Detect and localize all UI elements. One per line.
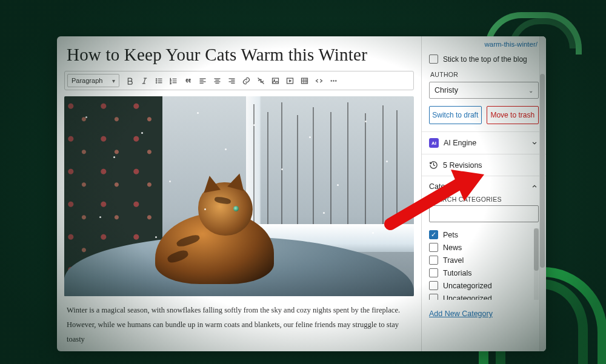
category-checkbox[interactable] <box>429 243 438 252</box>
align-left-button[interactable] <box>196 74 209 87</box>
add-new-category-link[interactable]: Add New Category <box>422 305 546 324</box>
category-item[interactable]: Pets <box>429 228 533 241</box>
numbered-list-button[interactable]: 123 <box>167 74 180 87</box>
svg-point-11 <box>333 80 334 81</box>
categories-heading: Categories <box>429 182 465 191</box>
align-center-button[interactable] <box>210 74 224 87</box>
category-label: Uncategorized <box>443 282 492 290</box>
svg-point-12 <box>335 80 336 81</box>
category-label: Tutorials <box>443 269 471 277</box>
category-label: Uncategorized <box>443 294 492 300</box>
category-label: Travel <box>443 256 464 265</box>
code-button[interactable] <box>312 74 325 87</box>
category-label: News <box>443 243 462 252</box>
categories-toggle[interactable]: Categories <box>429 182 539 191</box>
svg-rect-6 <box>272 78 278 84</box>
category-checkbox[interactable] <box>429 256 438 265</box>
category-checkbox[interactable] <box>429 294 438 300</box>
svg-point-10 <box>330 80 331 81</box>
sticky-toggle-row: Stick to the top of the blog <box>422 51 546 70</box>
format-select[interactable]: Paragraph ▾ <box>67 74 119 87</box>
format-select-value: Paragraph <box>72 77 102 84</box>
link-button[interactable] <box>239 74 253 87</box>
editor-canvas[interactable]: Winter is a magical season, with snowfla… <box>57 94 421 351</box>
bullet-list-button[interactable] <box>152 74 165 87</box>
category-item[interactable]: Travel <box>429 254 533 266</box>
editor-main: How to Keep Your Cats Warm this Winter P… <box>57 36 422 351</box>
revisions-label: 5 Revisions <box>443 161 482 170</box>
chevron-down-icon <box>530 139 539 147</box>
body-paragraph: However, while we humans can bundle up i… <box>67 318 411 347</box>
ai-engine-label: AI Engine <box>444 139 476 147</box>
categories-panel: Categories SEARCH CATEGORIES PetsNewsTra… <box>422 176 546 305</box>
chevron-down-icon: ▾ <box>112 78 115 84</box>
category-item[interactable]: Tutorials <box>429 266 533 279</box>
chevron-down-icon: ⌄ <box>528 87 533 94</box>
italic-button[interactable] <box>138 74 151 87</box>
svg-point-2 <box>156 82 157 83</box>
svg-point-0 <box>156 78 157 79</box>
chevron-up-icon <box>530 182 539 191</box>
permalink-row: warm-this-winter/ <box>422 36 546 51</box>
category-label: Pets <box>443 231 458 239</box>
blockquote-button[interactable] <box>181 74 195 87</box>
ai-engine-panel[interactable]: AI AI Engine <box>422 131 546 154</box>
svg-rect-9 <box>301 78 307 84</box>
category-item[interactable]: Uncategorized <box>429 279 533 292</box>
category-item[interactable]: News <box>429 241 533 254</box>
category-item[interactable]: Uncategorized <box>429 292 533 300</box>
table-button[interactable] <box>298 74 311 87</box>
svg-text:3: 3 <box>170 82 171 85</box>
post-title[interactable]: How to Keep Your Cats Warm this Winter <box>57 36 421 71</box>
body-paragraph: Winter is a magical season, with snowfla… <box>67 303 411 318</box>
categories-list: PetsNewsTravelTutorialsUncategorizedUnca… <box>429 228 539 300</box>
insert-image-button[interactable] <box>268 74 282 87</box>
search-categories-label: SEARCH CATEGORIES <box>429 196 539 205</box>
align-right-button[interactable] <box>225 74 238 87</box>
author-select[interactable]: Christy ⌄ <box>429 82 539 99</box>
featured-image[interactable] <box>64 96 414 296</box>
insert-media-button[interactable] <box>283 74 296 87</box>
switch-to-draft-button[interactable]: Switch to draft <box>429 106 482 124</box>
sticky-checkbox[interactable] <box>429 55 438 64</box>
category-checkbox[interactable] <box>429 230 438 239</box>
settings-sidebar: warm-this-winter/ Stick to the top of th… <box>422 36 546 351</box>
svg-point-1 <box>156 80 157 81</box>
category-checkbox[interactable] <box>429 268 438 277</box>
revisions-row[interactable]: 5 Revisions <box>422 154 546 176</box>
post-body[interactable]: Winter is a magical season, with snowfla… <box>57 301 421 346</box>
bold-button[interactable] <box>123 74 136 87</box>
search-categories-input[interactable] <box>429 205 539 222</box>
permalink-link[interactable]: warm-this-winter/ <box>484 41 538 48</box>
categories-scrollbar[interactable] <box>534 228 539 300</box>
unlink-button[interactable] <box>254 74 267 87</box>
history-icon <box>429 160 438 170</box>
sidebar-scrollbar[interactable] <box>539 36 546 351</box>
author-heading: AUTHOR <box>422 70 546 79</box>
editor-window: How to Keep Your Cats Warm this Winter P… <box>57 36 546 351</box>
author-value: Christy <box>435 86 458 94</box>
sticky-label: Stick to the top of the blog <box>443 55 527 64</box>
category-checkbox[interactable] <box>429 281 438 290</box>
move-to-trash-button[interactable]: Move to trash <box>487 106 539 124</box>
ai-engine-icon: AI <box>429 138 439 148</box>
editor-toolbar: Paragraph ▾ 123 <box>64 71 414 90</box>
more-button[interactable] <box>327 74 340 87</box>
